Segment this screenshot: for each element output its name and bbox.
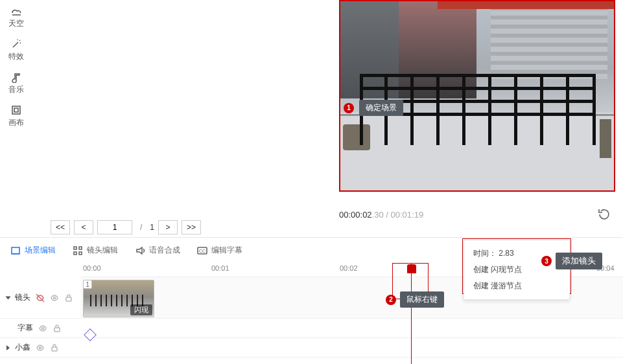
callout-1-badge: 1	[344, 103, 354, 113]
preview-area	[32, 0, 623, 223]
clip-tag: 闪现	[130, 304, 152, 315]
camera-clip-1[interactable]: 1 闪现	[83, 280, 154, 317]
svg-point-7	[42, 327, 44, 329]
callout-3: 3 添加镜头	[541, 253, 602, 269]
pager-next[interactable]: >	[158, 220, 178, 234]
time-total: 00:01:19	[391, 210, 424, 220]
magic-wand-icon	[10, 38, 22, 50]
playhead[interactable]	[411, 263, 412, 364]
tool-canvas[interactable]: 画布	[0, 99, 32, 132]
time-current-frac: .30	[372, 210, 384, 220]
pager-prev[interactable]: <	[74, 220, 93, 234]
scene-viewport[interactable]	[339, 0, 615, 192]
pager-last[interactable]: >>	[182, 220, 201, 234]
track-actor[interactable]	[80, 338, 623, 358]
playhead-handle-icon	[407, 264, 416, 273]
callout-2-label: 鼠标右键	[400, 291, 444, 308]
callout-1: 1 确定场景	[344, 100, 403, 116]
tab-shot-edit[interactable]: 镜头编辑	[73, 245, 118, 256]
pager-total: 1	[150, 223, 154, 232]
tool-music[interactable]: 音乐	[0, 66, 32, 99]
ruler-tick-2: 00:02	[340, 264, 358, 272]
track-row-subtitle: 字幕	[0, 319, 80, 338]
callout-2-badge: 2	[386, 295, 396, 305]
pager-first[interactable]: <<	[51, 220, 70, 234]
callout-2: 2 鼠标右键	[386, 291, 444, 308]
replay-icon	[597, 207, 611, 222]
tab-shot-edit-label: 镜头编辑	[87, 245, 118, 256]
expand-toggle-camera[interactable]	[6, 296, 11, 299]
track-row-actor: 小鑫	[0, 338, 80, 358]
track-subtitle-label: 字幕	[18, 323, 33, 334]
tab-scene-edit[interactable]: 场景编辑	[10, 245, 56, 256]
track-row-camera: 镜头	[0, 277, 80, 319]
tool-music-label: 音乐	[8, 84, 24, 95]
tool-fx[interactable]: 特效	[0, 33, 32, 66]
camera-lock-icon[interactable]	[64, 293, 73, 302]
actor-lock-icon[interactable]	[50, 343, 59, 352]
scene-edit-icon	[10, 245, 21, 256]
ctx-time-value: 2.83	[499, 249, 513, 258]
tool-sky-label: 天空	[8, 18, 24, 29]
tab-tts[interactable]: 语音合成	[135, 245, 180, 256]
callout-3-label: 添加镜头	[556, 253, 602, 269]
time-sep: /	[384, 210, 391, 220]
tab-edit-subtitle-label: 编辑字幕	[211, 245, 242, 256]
subtitle-eye-icon[interactable]	[38, 324, 47, 333]
svg-rect-2	[12, 247, 19, 254]
shot-edit-icon	[73, 245, 83, 256]
ruler-tick-1: 00:01	[211, 264, 229, 272]
pager-slash: /	[136, 223, 146, 232]
tts-icon	[135, 245, 145, 256]
actor-eye-icon[interactable]	[36, 343, 45, 352]
tab-edit-subtitle[interactable]: CC 编辑字幕	[197, 245, 242, 256]
expand-toggle-actor[interactable]	[6, 345, 10, 350]
time-display: 00:00:02.30 / 00:01:19	[339, 210, 423, 220]
time-current: 00:00:02	[339, 210, 372, 220]
svg-point-9	[40, 347, 41, 348]
svg-rect-6	[66, 297, 71, 301]
svg-rect-10	[52, 347, 57, 351]
subtitle-lock-icon[interactable]	[53, 324, 62, 333]
callout-3-badge: 3	[541, 256, 552, 266]
svg-rect-8	[54, 328, 60, 332]
tool-canvas-label: 画布	[8, 117, 24, 128]
clip-index: 1	[83, 280, 92, 289]
camera-visibility-icon[interactable]	[36, 293, 45, 302]
callout-1-label: 确定场景	[359, 100, 403, 116]
svg-text:CC: CC	[199, 249, 206, 253]
camera-eye-icon[interactable]	[50, 293, 59, 302]
pager: << < /1 > >>	[51, 220, 201, 234]
replay-button[interactable]	[597, 207, 611, 222]
canvas-icon	[10, 104, 22, 116]
ctx-time-label: 时间：	[473, 249, 497, 258]
tab-tts-label: 语音合成	[149, 245, 180, 256]
cc-icon: CC	[197, 245, 207, 256]
svg-rect-0	[12, 106, 20, 114]
track-camera-label: 镜头	[15, 292, 30, 303]
tab-scene-edit-label: 场景编辑	[25, 245, 56, 256]
ctx-create-roam-node[interactable]: 创建 漫游节点	[464, 278, 569, 294]
svg-point-5	[54, 297, 56, 299]
ruler-tick-0: 00:00	[83, 264, 101, 272]
track-labels: 镜头 字幕 小鑫	[0, 277, 80, 358]
music-note-icon	[10, 71, 22, 83]
track-actor-label: 小鑫	[15, 342, 30, 353]
tool-sky[interactable]: 天空	[0, 0, 32, 33]
sky-icon	[10, 5, 22, 17]
timeline-context-menu: 时间： 2.83 创建 闪现节点 创建 漫游节点	[464, 240, 570, 300]
pager-input[interactable]	[97, 220, 132, 234]
svg-rect-1	[14, 108, 18, 112]
track-subtitle[interactable]	[80, 319, 623, 338]
tool-fx-label: 特效	[8, 51, 24, 62]
